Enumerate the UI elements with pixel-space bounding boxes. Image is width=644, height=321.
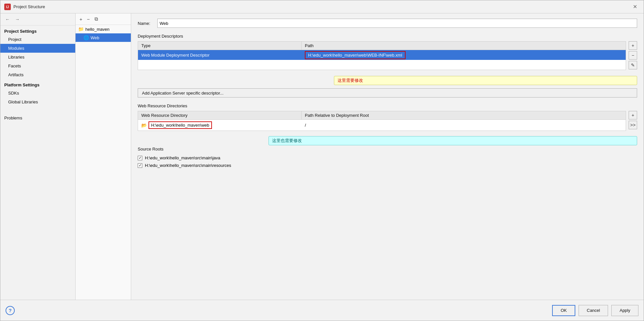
tree-item-web[interactable]: 🌐 Web — [76, 33, 131, 42]
source-root-checkbox-0[interactable]: ✓ — [138, 156, 142, 160]
source-roots-title: Source Roots — [138, 147, 637, 152]
content-area: Name: Deployment Descriptors Type Path W… — [131, 13, 644, 300]
apply-button[interactable]: Apply — [611, 305, 638, 316]
nav-arrows: ← → — [0, 13, 75, 26]
sidebar-item-artifacts[interactable]: Artifacts — [0, 70, 75, 79]
resource-folder-icon: 📂 — [141, 123, 147, 128]
resource-add-button[interactable]: + — [629, 111, 637, 119]
web-icon: 🌐 — [83, 35, 89, 40]
sidebar-item-global-libraries[interactable]: Global Libraries — [0, 98, 75, 106]
project-settings-header: Project Settings — [0, 26, 75, 35]
close-button[interactable]: ✕ — [630, 2, 640, 11]
dialog-buttons: OK Cancel Apply — [552, 305, 638, 316]
forward-arrow[interactable]: → — [13, 16, 21, 23]
project-structure-window: IJ Project Structure ✕ ← → Project Setti… — [0, 0, 644, 321]
sidebar-item-sdks[interactable]: SDKs — [0, 89, 75, 98]
table-header: Type Path — [138, 42, 626, 50]
deployment-descriptors-title: Deployment Descriptors — [138, 34, 637, 39]
descriptor-edit-button[interactable]: ✎ — [629, 61, 637, 69]
descriptor-path-cell: H:\edu_work\hello_maven\web\WEB-INF\web.… — [302, 51, 626, 59]
resource-dir-cell: 📂 H:\edu_work\hello_maven\web — [138, 120, 302, 131]
resource-dir-path: H:\edu_work\hello_maven\web — [148, 121, 212, 129]
source-root-path-1: H:\edu_work\hello_maven\src\main\resourc… — [145, 163, 231, 168]
tree-copy-button[interactable]: ⧉ — [93, 15, 99, 23]
type-header: Type — [138, 42, 302, 50]
sidebar-item-project[interactable]: Project — [0, 35, 75, 44]
platform-settings-header: Platform Settings — [0, 79, 75, 89]
sidebar-item-problems[interactable]: Problems — [0, 113, 75, 123]
descriptor-remove-button[interactable]: − — [629, 51, 637, 60]
prtdr-header: Path Relative to Deployment Root — [302, 111, 626, 119]
empty-row — [138, 60, 626, 70]
resource-row[interactable]: 📂 H:\edu_work\hello_maven\web / — [138, 120, 626, 131]
source-roots-list: ✓ H:\edu_work\hello_maven\src\main\java … — [138, 154, 637, 169]
source-root-row-1: ✓ H:\edu_work\hello_maven\src\main\resou… — [138, 162, 637, 169]
module-tree-panel: + − ⧉ 📁 hello_maven 🌐 Web — [76, 13, 131, 300]
tree-item-hello-maven[interactable]: 📁 hello_maven — [76, 25, 131, 33]
main-content: ← → Project Settings Project Modules Lib… — [0, 13, 644, 300]
tree-item-label: hello_maven — [85, 27, 110, 32]
web-resource-title: Web Resource Directories — [138, 103, 637, 108]
cancel-button[interactable]: Cancel — [579, 305, 608, 316]
descriptor-row[interactable]: Web Module Deployment Descriptor H:\edu_… — [138, 50, 626, 60]
svg-text:IJ: IJ — [6, 5, 9, 9]
source-root-checkbox-1[interactable]: ✓ — [138, 163, 142, 168]
descriptor-side-buttons: + − ✎ — [629, 41, 637, 69]
web-resource-table: Web Resource Directory Path Relative to … — [138, 111, 626, 131]
help-button[interactable]: ? — [6, 306, 15, 315]
tree-add-button[interactable]: + — [78, 16, 84, 23]
window-title: Project Structure — [13, 4, 630, 9]
name-label: Name: — [138, 21, 154, 26]
bottom-bar: ? OK Cancel Apply — [0, 300, 644, 321]
sidebar-item-modules[interactable]: Modules — [0, 44, 75, 53]
tree-remove-button[interactable]: − — [86, 16, 91, 23]
path-header: Path — [302, 42, 626, 50]
wrd-header: Web Resource Directory — [138, 111, 302, 119]
ok-button[interactable]: OK — [552, 305, 575, 316]
sidebar-item-facets[interactable]: Facets — [0, 62, 75, 70]
tree-toolbar: + − ⧉ — [76, 13, 131, 25]
back-arrow[interactable]: ← — [4, 16, 11, 23]
resource-side-buttons: + >> — [629, 111, 637, 129]
sidebar-item-libraries[interactable]: Libraries — [0, 53, 75, 62]
resource-relative-path: / — [302, 121, 626, 129]
app-icon: IJ — [4, 4, 11, 10]
name-input[interactable] — [157, 19, 637, 28]
descriptor-type-cell: Web Module Deployment Descriptor — [138, 51, 302, 59]
descriptor-path-value: H:\edu_work\hello_maven\web\WEB-INF\web.… — [305, 51, 406, 59]
web-resource-section: Web Resource Directory Path Relative to … — [138, 111, 637, 131]
deployment-descriptors-table: Type Path Web Module Deployment Descript… — [138, 41, 626, 70]
name-row: Name: — [138, 19, 637, 28]
resource-expand-button[interactable]: >> — [629, 121, 637, 129]
descriptor-add-button[interactable]: + — [629, 41, 637, 50]
tooltip-cyan: 这里也需要修改 — [269, 136, 637, 145]
sidebar: ← → Project Settings Project Modules Lib… — [0, 13, 76, 300]
deployment-descriptors-section: Type Path Web Module Deployment Descript… — [138, 41, 637, 70]
source-root-row-0: ✓ H:\edu_work\hello_maven\src\main\java — [138, 154, 637, 162]
add-descriptor-button[interactable]: Add Application Server specific descript… — [138, 88, 637, 98]
tooltip-yellow: 这里需要修改 — [334, 76, 637, 85]
resource-table-header: Web Resource Directory Path Relative to … — [138, 111, 626, 120]
folder-icon: 📁 — [78, 27, 84, 32]
source-root-path-0: H:\edu_work\hello_maven\src\main\java — [145, 155, 220, 160]
tree-item-web-label: Web — [91, 35, 99, 40]
title-bar: IJ Project Structure ✕ — [0, 0, 644, 13]
